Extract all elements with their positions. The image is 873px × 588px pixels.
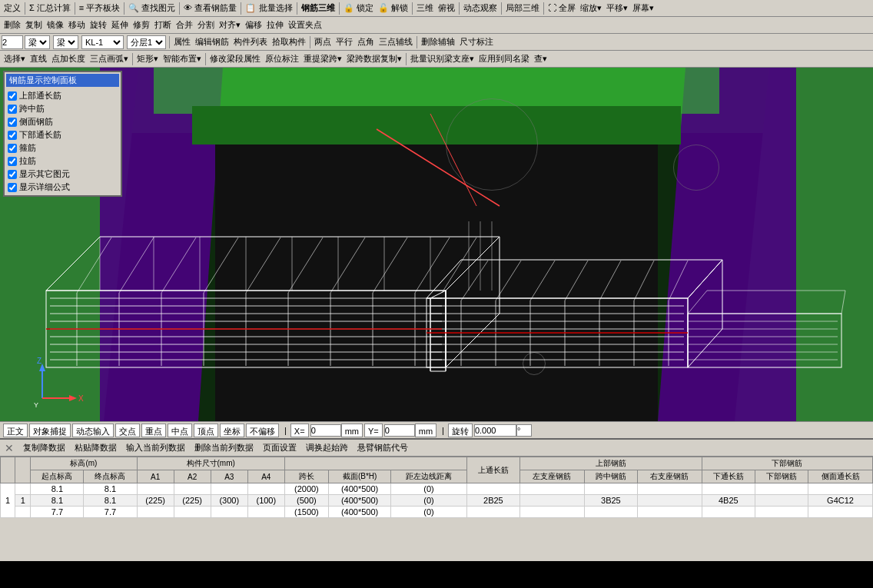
status-midpoint[interactable]: 中点 bbox=[168, 424, 192, 437]
cell-side3[interactable] bbox=[808, 507, 873, 518]
cell-bs3[interactable] bbox=[755, 507, 808, 518]
status-intersect[interactable]: 交点 bbox=[115, 424, 140, 437]
cell-tt2[interactable]: 2B25 bbox=[466, 495, 519, 507]
status-zhengwen[interactable]: 正文 bbox=[3, 424, 28, 437]
cell-tt3[interactable] bbox=[466, 507, 519, 518]
status-endpoint[interactable]: 重点 bbox=[141, 424, 166, 437]
toolbar-fullscreen[interactable]: ⛶ 全屏 bbox=[546, 2, 578, 14]
tb3-angle[interactable]: 点角 bbox=[355, 36, 377, 48]
cell-bt3[interactable] bbox=[702, 507, 755, 518]
status-coord[interactable]: 坐标 bbox=[220, 424, 244, 437]
status-vertex[interactable]: 顶点 bbox=[194, 424, 218, 437]
cell-dist1[interactable]: (0) bbox=[391, 483, 467, 495]
cell-a4-2[interactable]: (100) bbox=[247, 495, 284, 507]
toolbar-calc[interactable]: Σ 汇总计算 bbox=[27, 2, 73, 14]
toolbar-unlock[interactable]: 🔓 解锁 bbox=[376, 2, 410, 14]
cell-a3-3[interactable] bbox=[211, 507, 247, 518]
tb3-two-point[interactable]: 两点 bbox=[312, 36, 334, 48]
check-side[interactable]: 侧面钢筋 bbox=[6, 115, 119, 128]
cell-eh1[interactable]: 8.1 bbox=[84, 483, 137, 495]
toolbar-3d[interactable]: 三维 bbox=[414, 2, 436, 14]
viewport-area[interactable]: Z X Y 钢筋显示控制面板 上部通长筋 跨中筋 侧面钢筋 下部通长筋 箍筋 bbox=[0, 68, 873, 421]
x-input[interactable] bbox=[310, 424, 341, 437]
cell-rs2[interactable] bbox=[637, 495, 702, 507]
toolbar-find[interactable]: 🔍 查找图元 bbox=[126, 2, 178, 14]
tb4-repick[interactable]: 重提梁跨▾ bbox=[301, 53, 344, 65]
check-top-thru[interactable]: 上部通长筋 bbox=[6, 89, 119, 102]
tb4-select[interactable]: 选择▾ bbox=[2, 53, 28, 65]
cell-dist3[interactable]: (0) bbox=[391, 507, 467, 518]
cell-a3-2[interactable]: (300) bbox=[211, 495, 247, 507]
cell-a2-2[interactable]: (225) bbox=[174, 495, 211, 507]
btn-copy-data[interactable]: 复制降数据 bbox=[20, 442, 68, 453]
cell-mid3[interactable] bbox=[584, 507, 637, 518]
btn-del-col[interactable]: 删除当前列数据 bbox=[191, 442, 257, 453]
tb3-parallel[interactable]: 平行 bbox=[334, 36, 355, 48]
tb4-orig-annot[interactable]: 原位标注 bbox=[263, 53, 301, 65]
tb4-copy-span[interactable]: 梁跨数据复制▾ bbox=[344, 53, 404, 65]
cell-a3-1[interactable] bbox=[211, 483, 247, 495]
toolbar-dynamic-view[interactable]: 动态观察 bbox=[461, 2, 500, 14]
tb4-smart[interactable]: 智能布置▾ bbox=[161, 53, 204, 65]
tb2-merge[interactable]: 合并 bbox=[174, 19, 195, 31]
cell-eh3[interactable]: 7.7 bbox=[84, 507, 137, 518]
tb2-break[interactable]: 打断 bbox=[152, 19, 174, 31]
toolbar-pan[interactable]: 平移▾ bbox=[604, 2, 630, 14]
check-stirrup[interactable]: 箍筋 bbox=[6, 141, 119, 154]
cell-ls1[interactable] bbox=[519, 483, 584, 495]
tb2-grip[interactable]: 设置夹点 bbox=[286, 19, 324, 31]
cell-a1-2[interactable]: (225) bbox=[137, 495, 174, 507]
num-input[interactable] bbox=[2, 35, 23, 49]
toolbar-local-3d[interactable]: 局部三维 bbox=[503, 2, 542, 14]
cell-tt1[interactable] bbox=[466, 483, 519, 495]
cell-dist2[interactable]: (0) bbox=[391, 495, 467, 507]
type1-select[interactable]: 梁 bbox=[25, 35, 50, 49]
check-formula[interactable]: 显示详细公式 bbox=[6, 181, 119, 194]
cell-sec2[interactable]: (400*500) bbox=[328, 495, 390, 507]
cell-a4-1[interactable] bbox=[247, 483, 284, 495]
cell-sec1[interactable]: (400*500) bbox=[328, 483, 390, 495]
tb4-point-len[interactable]: 点加长度 bbox=[49, 53, 88, 65]
type2-select[interactable]: 梁 bbox=[53, 35, 78, 49]
cell-eh2[interactable]: 8.1 bbox=[84, 495, 137, 507]
status-snap[interactable]: 对象捕捉 bbox=[29, 424, 71, 437]
tb4-arc[interactable]: 三点画弧▾ bbox=[88, 53, 131, 65]
cell-sl2[interactable]: (500) bbox=[284, 495, 328, 507]
tb4-rect[interactable]: 矩形▾ bbox=[134, 53, 161, 65]
cell-sh2[interactable]: 8.1 bbox=[31, 495, 84, 507]
tb2-rotate[interactable]: 旋转 bbox=[88, 19, 109, 31]
check-bot-thru[interactable]: 下部通长筋 bbox=[6, 128, 119, 141]
btn-input-col[interactable]: 输入当前列数据 bbox=[123, 442, 188, 453]
tb4-apply-same[interactable]: 应用到同名梁 bbox=[476, 53, 532, 65]
cell-ls2[interactable] bbox=[519, 495, 584, 507]
tb2-extend[interactable]: 延伸 bbox=[109, 19, 131, 31]
layer-select[interactable]: 分层1 bbox=[127, 35, 166, 49]
status-no-offset[interactable]: 不偏移 bbox=[246, 424, 279, 437]
tb4-line[interactable]: 直线 bbox=[28, 53, 49, 65]
cell-side1[interactable] bbox=[808, 483, 873, 495]
btn-swap-span[interactable]: 调换起始跨 bbox=[303, 442, 351, 453]
name-select[interactable]: KL-1 bbox=[81, 35, 124, 49]
check-other[interactable]: 显示其它图元 bbox=[6, 168, 119, 181]
tb2-move[interactable]: 移动 bbox=[66, 19, 88, 31]
toolbar-define[interactable]: 定义 bbox=[2, 2, 23, 14]
cell-mid1[interactable] bbox=[584, 483, 637, 495]
tb2-offset[interactable]: 偏移 bbox=[243, 19, 264, 31]
toolbar-view-rebar[interactable]: 👁 查看钢筋量 bbox=[181, 2, 239, 14]
cell-ls3[interactable] bbox=[519, 507, 584, 518]
status-dynamic[interactable]: 动态输入 bbox=[72, 424, 114, 437]
tb2-copy[interactable]: 复制 bbox=[23, 19, 45, 31]
tb3-pick[interactable]: 拾取构件 bbox=[270, 36, 308, 48]
toolbar-align-slab[interactable]: ≡ 平齐板块 bbox=[77, 2, 122, 14]
cell-a2-1[interactable] bbox=[174, 483, 211, 495]
tb4-mod-seg[interactable]: 修改梁段属性 bbox=[207, 53, 263, 65]
btn-paste-data[interactable]: 粘贴降数据 bbox=[71, 442, 120, 453]
tb3-three-point[interactable]: 三点辅线 bbox=[377, 36, 415, 48]
cell-a2-3[interactable] bbox=[174, 507, 211, 518]
cell-mid2[interactable]: 3B25 bbox=[584, 495, 637, 507]
tb2-split[interactable]: 分割 bbox=[195, 19, 217, 31]
cell-side2[interactable]: G4C12 bbox=[808, 495, 873, 507]
btn-page-set[interactable]: 页面设置 bbox=[260, 442, 300, 453]
tb3-dim[interactable]: 尺寸标注 bbox=[457, 36, 496, 48]
tb2-trim[interactable]: 修剪 bbox=[131, 19, 152, 31]
